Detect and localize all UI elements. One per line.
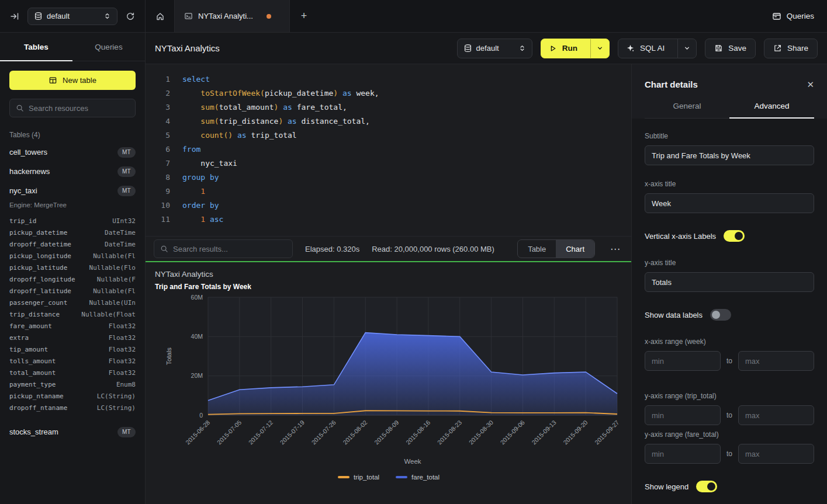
sqlai-button[interactable]: SQL AI [618, 39, 672, 58]
column-name: pickup_latitude [9, 264, 67, 272]
sidebar: Tables Queries New table Tables (4) cell… [0, 33, 146, 504]
sql-editor[interactable]: 1234567891011 select toStartOfWeek(picku… [146, 64, 631, 236]
play-icon [549, 44, 557, 53]
refresh-button[interactable] [123, 9, 137, 23]
run-button[interactable]: Run [541, 39, 585, 58]
sidebar-tab-tables[interactable]: Tables [0, 33, 72, 61]
table-view-button[interactable]: Table [518, 240, 556, 258]
tab-query[interactable]: NYTaxi Analyti... [174, 0, 290, 32]
run-options-dropdown[interactable] [590, 39, 609, 58]
chart-svg: 020M40M60M2015-06-282015-07-052015-07-12… [155, 293, 622, 468]
y-axis-range-fare-label: y-axis range (fare_total) [645, 430, 814, 439]
legend-label: trip_total [354, 474, 379, 481]
new-table-button[interactable]: New table [9, 71, 136, 90]
legend-swatch [338, 476, 350, 478]
editor-gutter: 1234567891011 [146, 72, 170, 236]
legend-label: fare_total [411, 474, 440, 481]
y-axis-range-fare-max-input[interactable] [738, 444, 814, 464]
column-type: Enum8 [116, 381, 136, 388]
svg-text:2015-08-16: 2015-08-16 [404, 419, 432, 446]
column-row: dropoff_datetimeDateTime [9, 238, 136, 250]
table-item-stocks-stream[interactable]: stocks_stream MT [9, 422, 136, 442]
svg-text:20M: 20M [191, 372, 203, 379]
show-data-labels-toggle[interactable] [710, 309, 731, 321]
results-search-input[interactable] [173, 245, 286, 253]
chevron-updown-icon [103, 12, 111, 20]
legend-swatch [396, 476, 407, 478]
to-label: to [726, 411, 732, 419]
legend-item-fare_total[interactable]: fare_total [396, 474, 440, 481]
x-axis-range-max-input[interactable] [738, 351, 814, 371]
column-row: pickup_datetimeDateTime [9, 227, 136, 238]
sqlai-options-dropdown[interactable] [677, 39, 696, 58]
y-axis-range-trip-label: y-axis range (trip_total) [645, 392, 814, 400]
y-axis-range-trip-max-input[interactable] [738, 405, 814, 425]
code-line: from [182, 142, 631, 157]
x-axis-title-input[interactable] [645, 193, 814, 213]
svg-text:2015-07-12: 2015-07-12 [247, 419, 275, 446]
toggle-knob [712, 311, 720, 319]
subtitle-field-label: Subtitle [645, 132, 814, 140]
engine-badge: MT [117, 147, 136, 158]
show-legend-label: Show legend [645, 482, 688, 491]
save-icon [714, 44, 723, 53]
svg-text:Totals: Totals [165, 347, 172, 365]
column-row: tip_amountFloat32 [9, 343, 136, 355]
page-title: NYTaxi Analytics [155, 43, 220, 53]
work-zone: 1234567891011 select toStartOfWeek(picku… [146, 64, 631, 504]
column-type: Float32 [109, 334, 136, 342]
column-row: pickup_ntanameLC(String) [9, 390, 136, 402]
column-row: trip_distanceNullable(Float [9, 308, 136, 320]
column-row: dropoff_latitudeNullable(Fl [9, 285, 136, 297]
column-row: trip_idUInt32 [9, 215, 136, 227]
new-tab-button[interactable]: + [290, 0, 318, 32]
table-engine-label: Engine: MergeTree [9, 201, 136, 208]
tab-advanced[interactable]: Advanced [729, 102, 814, 118]
sidebar-tab-queries[interactable]: Queries [72, 33, 145, 61]
tab-home[interactable] [146, 0, 174, 32]
column-name: payment_type [9, 381, 56, 388]
column-type: Nullable(UIn [89, 299, 136, 307]
table-item-hackernews[interactable]: hackernews MT [9, 162, 136, 181]
main-header: NYTaxi Analytics default Run [146, 33, 827, 64]
column-name: tip_amount [9, 346, 48, 353]
line-number: 9 [146, 185, 170, 199]
share-button[interactable]: Share [764, 39, 818, 58]
column-name: pickup_ntaname [9, 392, 64, 400]
topbar-right: Queries [772, 0, 827, 32]
database-selector[interactable]: default [27, 8, 117, 25]
results-toolbar: Elapsed: 0.320s Read: 20,000,000 rows (2… [146, 236, 631, 261]
save-button[interactable]: Save [705, 39, 756, 58]
table-item-nyc-taxi[interactable]: nyc_taxi MT [9, 181, 136, 200]
more-options-button[interactable]: ⋯ [607, 243, 623, 255]
y-axis-range-fare-min-input[interactable] [645, 444, 721, 464]
chart-view-button[interactable]: Chart [556, 240, 594, 258]
legend-item-trip_total[interactable]: trip_total [338, 474, 379, 481]
x-axis-range-min-input[interactable] [645, 351, 721, 371]
table-name: stocks_stream [9, 427, 58, 436]
column-type: LC(String) [97, 392, 136, 400]
sidebar-body: New table Tables (4) cell_towers MT hack… [0, 61, 145, 451]
database-selector-value: default [476, 44, 514, 53]
engine-badge: MT [117, 186, 136, 196]
show-legend-toggle[interactable] [696, 481, 717, 492]
sidebar-search [9, 99, 136, 117]
column-row: dropoff_ntanameLC(String) [9, 402, 136, 413]
close-panel-button[interactable]: ✕ [807, 80, 814, 89]
chevron-updown-icon [518, 44, 526, 52]
column-type: UInt32 [112, 217, 136, 225]
home-icon [155, 12, 165, 21]
column-type: Nullable(Fl [93, 287, 136, 295]
tab-general[interactable]: General [645, 102, 729, 118]
subtitle-input[interactable] [645, 145, 814, 165]
collapse-sidebar-button[interactable] [8, 9, 22, 23]
y-axis-range-trip-min-input[interactable] [645, 405, 721, 425]
queries-button[interactable]: Queries [772, 12, 814, 21]
search-icon [16, 104, 24, 112]
sidebar-search-input[interactable] [29, 104, 129, 113]
y-axis-title-input[interactable] [645, 272, 814, 292]
vertical-x-labels-toggle[interactable] [724, 230, 745, 242]
svg-text:2015-09-06: 2015-09-06 [499, 419, 526, 446]
table-item-cell-towers[interactable]: cell_towers MT [9, 142, 136, 162]
database-selector-main[interactable]: default [457, 39, 532, 58]
